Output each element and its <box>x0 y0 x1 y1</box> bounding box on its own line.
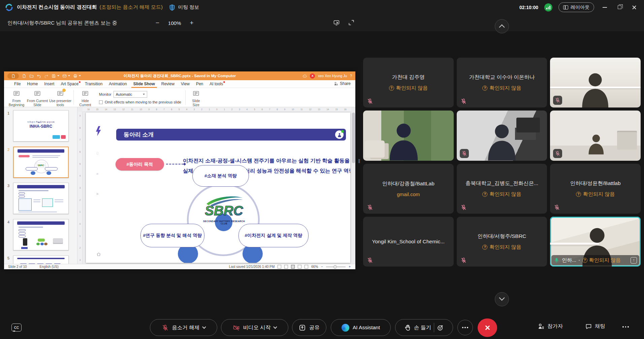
panel-resize-handle[interactable]: ‖ <box>358 158 361 164</box>
view-slideshow-icon[interactable] <box>304 265 308 269</box>
menu-ai-tools[interactable]: AI tools <box>210 82 223 86</box>
minimize-button[interactable] <box>600 7 609 8</box>
chevron-down-icon <box>202 325 206 329</box>
closed-captions-button[interactable] <box>11 323 22 332</box>
more-options-button[interactable] <box>457 320 473 335</box>
participants-panel-button[interactable]: 참가자 <box>538 323 563 330</box>
cloud-sync-icon[interactable] <box>302 74 307 78</box>
thumb-number-3: 3 <box>7 184 9 188</box>
zoom-in-button[interactable]: + <box>190 19 193 27</box>
menu-review[interactable]: Review <box>161 82 174 86</box>
participants-icon <box>538 323 545 330</box>
account-avatar[interactable]: X <box>310 73 315 79</box>
participant-tile[interactable]: 가천대 김주영 확인되지 않음 <box>363 58 454 107</box>
view-slide-sorter-icon[interactable] <box>291 265 295 269</box>
close-button[interactable] <box>630 5 639 10</box>
view-grid-icon[interactable] <box>298 265 301 269</box>
participant-tile[interactable]: 인하대/강종철/BattLab gmail.com <box>363 164 454 214</box>
menu-animation[interactable]: Animation <box>109 82 127 86</box>
presenter-tools-button[interactable]: Use presenter tools <box>49 90 71 107</box>
participant-grid: 가천대 김주영 확인되지 않음 가천대학교 이수아 이온하나 확인되지 않음 <box>363 58 641 267</box>
layout-button[interactable]: 레이아웃 <box>558 2 594 12</box>
slide-thumbnail-1[interactable]: 이차전지 학술동아리 경진대회 INHA-SBRC <box>13 110 69 142</box>
slide-thumbnail-3[interactable] <box>13 183 69 214</box>
participant-tile[interactable]: Yongil Kim_School of Chemic... <box>363 217 454 267</box>
participant-video-tile[interactable] <box>457 111 547 160</box>
unmute-button[interactable]: 음소거 해제 <box>150 319 217 336</box>
view-normal-icon[interactable] <box>278 265 281 269</box>
share-person-icon <box>334 82 338 86</box>
participant-tile[interactable]: 가천대학교 이수아 이온하나 확인되지 않음 <box>457 58 547 107</box>
start-video-button[interactable]: 비디오 시작 <box>221 319 288 336</box>
from-beginning-button[interactable]: From Beginning <box>7 90 26 107</box>
document-share-button[interactable]: Share <box>334 81 351 86</box>
participant-tile[interactable]: 인하대/성윤현/Battlab 확인되지 않음 <box>550 164 641 214</box>
shield-icon <box>169 4 175 11</box>
participant-tile[interactable]: 인하대/서형주/SBRC 확인되지 않음 <box>457 217 547 267</box>
menu-view[interactable]: View <box>181 82 190 86</box>
menu-pen[interactable]: Pen <box>196 82 203 86</box>
slide-home-icon <box>96 252 101 257</box>
thumb-number-2: 2 <box>7 148 9 152</box>
menu-slide-show[interactable]: Slide Show <box>133 82 155 86</box>
from-current-slide-button[interactable]: From Current Slide <box>26 90 49 107</box>
monitor-label: Monitor <box>99 92 111 96</box>
participant-video-tile[interactable] <box>550 111 641 160</box>
zoom-slider[interactable] <box>326 267 346 267</box>
participant-silhouette <box>478 118 525 160</box>
menu-insert[interactable]: Insert <box>44 82 54 86</box>
menu-home[interactable]: Home <box>27 82 38 86</box>
slide-thumbnail-2-selected[interactable]: SBRC <box>13 147 69 178</box>
status-zoom-level: 66% <box>311 265 318 269</box>
status-zoom-in[interactable]: + <box>349 265 351 269</box>
more-participants-button[interactable] <box>495 292 509 306</box>
more-panels-button[interactable] <box>622 326 629 328</box>
mic-off-icon <box>367 98 373 104</box>
participant-silhouette <box>379 117 428 160</box>
language-indicator[interactable]: English (US) <box>40 265 59 269</box>
share-button[interactable]: 공유 <box>292 319 326 336</box>
ai-assistant-icon <box>342 324 349 332</box>
fullscreen-icon[interactable] <box>348 19 355 26</box>
menu-file[interactable]: File <box>14 82 21 86</box>
leave-meeting-button[interactable] <box>478 318 497 337</box>
help-button[interactable]: ? <box>350 74 352 78</box>
connection-signal-icon[interactable] <box>544 3 552 11</box>
ppt-status-bar: Slide 2 of 10 English (US) Last saved 1/… <box>4 264 355 269</box>
menu-art-space[interactable]: Art Space <box>61 82 78 86</box>
participant-video-tile[interactable] <box>363 111 454 160</box>
shared-content-bar: 인하대/서형주/SBRC 님의 공유된 콘텐츠 보는 중 − 100% + <box>0 14 644 31</box>
slide-scrollbar[interactable] <box>352 113 355 163</box>
mic-on-icon <box>554 257 559 263</box>
omit-effects-checkbox[interactable] <box>99 100 103 104</box>
chevron-down-icon <box>499 295 505 301</box>
meeting-info-button[interactable]: 미팅 정보 <box>178 4 199 10</box>
participant-video-tile[interactable] <box>550 58 641 107</box>
meeting-control-bar: 음소거 해제 비디오 시작 공유 AI Assistant 손 들기 <box>0 316 644 339</box>
view-outline-icon[interactable] <box>284 265 288 269</box>
presenter-avatar-icon <box>335 130 344 139</box>
slide-size-icon <box>192 90 200 97</box>
slide-side-chevrons-icon: » <box>96 172 98 176</box>
active-speaker-video-tile[interactable]: 인하... • 확인되지 않음 ↑ <box>550 217 641 267</box>
slide-side-bookmark-icon: ⌷ <box>96 151 99 156</box>
monitor-dropdown[interactable]: Automatic <box>114 91 147 98</box>
meeting-timer: 02:10:00 <box>519 5 538 10</box>
menu-transition[interactable]: Transition <box>85 82 102 86</box>
restore-button[interactable] <box>615 5 624 9</box>
chat-panel-button[interactable]: 채팅 <box>585 323 605 330</box>
status-zoom-out[interactable]: − <box>321 265 323 269</box>
participant-tile[interactable]: 충북대학교_김병도_전화신은... 확인되지 않음 <box>457 164 547 214</box>
ai-assistant-button[interactable]: AI Assistant <box>331 319 391 336</box>
current-slide-canvas[interactable]: ⌷ » ≡ 동아리 소개 #동아리 목적 이차전지 소재-공정-셀-시스템 전주… <box>86 113 350 263</box>
ppt-workspace: 1 2 3 4 5 이차전지 학술동아리 경진대회 INHA-SBRC <box>4 107 355 264</box>
capability-pill-right: #이차전지 설계 및 제작 역량 <box>238 224 309 247</box>
collapse-participants-button[interactable] <box>495 19 509 33</box>
remote-control-icon[interactable] <box>333 19 340 26</box>
dropdown-caret-icon <box>143 94 145 95</box>
unverified-icon <box>482 245 487 250</box>
slide-thumbnail-4[interactable] <box>13 219 69 250</box>
raise-hand-reactions-button[interactable]: 손 들기 <box>395 319 453 336</box>
zoom-out-button[interactable]: − <box>156 19 159 27</box>
mic-off-icon <box>553 149 562 158</box>
